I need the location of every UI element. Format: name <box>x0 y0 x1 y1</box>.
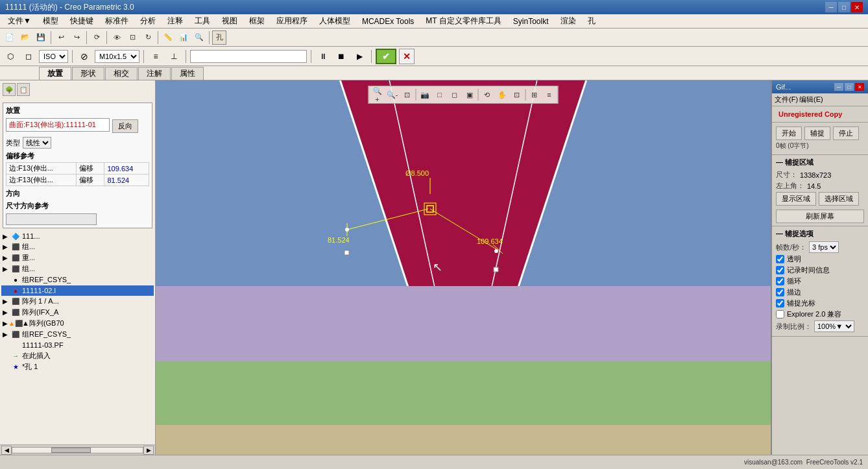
undo-button[interactable]: ↩ <box>54 30 68 45</box>
menu-app[interactable]: 应用程序 <box>271 14 313 28</box>
tree-icon-2[interactable]: 📋 <box>17 83 30 96</box>
rp-cursor-check[interactable] <box>776 299 784 307</box>
tree-item-insert-here[interactable]: → 在此插入 <box>1 350 154 361</box>
menu-standard[interactable]: 标准件 <box>100 14 134 28</box>
model-display-btn[interactable]: ⬡ <box>3 49 18 64</box>
vp-zoom-in[interactable]: 🔍+ <box>370 88 385 102</box>
tree-item-11111-02[interactable]: ● 11111-02.l <box>1 285 154 296</box>
rp-timestamp-check[interactable] <box>776 266 784 274</box>
tree-item-array-gb[interactable]: ▶ ▲⬛ ▲阵列(GB70 <box>1 318 154 329</box>
thread-select[interactable]: M10x1.5 <box>95 50 139 63</box>
pause-btn[interactable]: ⏸ <box>315 49 331 64</box>
dimension-input[interactable] <box>190 50 307 63</box>
rp-fps-select[interactable]: 3 fps <box>809 241 839 253</box>
tree-item-11111-03[interactable]: 11111-03.PF <box>1 340 154 350</box>
tree-item-111[interactable]: ▶ 🔷 111... <box>1 231 154 241</box>
rp-min[interactable]: ─ <box>834 83 843 91</box>
scroll-thumb[interactable] <box>51 448 90 453</box>
maximize-button[interactable]: □ <box>838 2 850 12</box>
hole-btn[interactable]: 孔 <box>212 30 226 45</box>
rp-transparent-check[interactable] <box>776 255 784 263</box>
rp-capture-button[interactable]: 辅捉 <box>804 126 830 140</box>
vp-view1[interactable]: □ <box>433 88 447 102</box>
tree-item-refcsys2[interactable]: ▶ ⬛ 组REF_CSYS_ <box>1 329 154 340</box>
menu-model[interactable]: 模型 <box>38 14 64 28</box>
menu-hole[interactable]: 孔 <box>583 14 601 28</box>
vp-pan[interactable]: ✋ <box>495 88 509 102</box>
redo-button[interactable]: ↪ <box>69 30 84 45</box>
tab-intersect[interactable]: 相交 <box>105 67 138 80</box>
tree-item-hole1[interactable]: ★ *孔 1 <box>1 361 154 372</box>
play-btn[interactable]: ▶ <box>352 49 367 64</box>
cancel-button[interactable]: ✕ <box>399 49 415 64</box>
rp-show-region-button[interactable]: 显示区域 <box>776 192 816 206</box>
scroll-left[interactable]: ◀ <box>1 446 12 455</box>
rp-max[interactable]: □ <box>845 83 854 91</box>
tab-shape[interactable]: 形状 <box>72 67 104 80</box>
open-button[interactable]: 📂 <box>18 30 32 45</box>
menu-tools[interactable]: 工具 <box>189 14 215 28</box>
menu-file[interactable]: 文件▼ <box>3 14 36 28</box>
tab-props[interactable]: 属性 <box>171 67 204 80</box>
menu-syintoolkt[interactable]: SyinToolkt <box>508 16 554 27</box>
vp-camera[interactable]: 📷 <box>418 88 432 102</box>
close-button[interactable]: ✕ <box>851 2 863 12</box>
analysis-button[interactable]: 📊 <box>176 30 191 45</box>
menu-analysis[interactable]: 分析 <box>135 14 161 28</box>
scroll-right[interactable]: ▶ <box>143 446 154 455</box>
vp-view2[interactable]: ◻ <box>448 88 462 102</box>
tree-item-array-ifx[interactable]: ▶ ⬛ 阵列(IFX_A <box>1 307 154 318</box>
rp-menu-edit[interactable]: 编辑(E) <box>799 95 823 104</box>
minimize-button[interactable]: ─ <box>825 2 837 12</box>
menu-human[interactable]: 人体模型 <box>314 14 356 28</box>
vp-more[interactable]: ≡ <box>542 88 557 102</box>
view-mode-select[interactable]: ISO <box>39 50 68 63</box>
tab-note[interactable]: 注解 <box>138 67 171 80</box>
tree-item-rebuild[interactable]: ▶ ⬛ 重... <box>1 252 154 263</box>
measure-button[interactable]: 📏 <box>161 30 175 45</box>
vp-zoom-fit[interactable]: ⊡ <box>400 88 415 102</box>
rp-loop-check[interactable] <box>776 277 784 285</box>
tab-placement[interactable]: 放置 <box>39 67 71 80</box>
align-btn[interactable]: ≡ <box>148 49 163 64</box>
tree-icon-1[interactable]: 🌳 <box>3 83 16 96</box>
viewport[interactable]: 🔍+ 🔍- ⊡ 📷 □ ◻ ▣ ⟲ ✋ ⊡ ⊞ ≡ Ø8.500 <box>156 80 771 455</box>
confirm-button[interactable]: ✔ <box>376 49 396 64</box>
rp-stop-button[interactable]: 停止 <box>833 126 859 140</box>
tree-item-group1[interactable]: ▶ ⬛ 组... <box>1 241 154 252</box>
rotate-button[interactable]: ↻ <box>141 30 155 45</box>
zoom-fit-button[interactable]: ⊡ <box>125 30 139 45</box>
scroll-track[interactable] <box>12 447 143 453</box>
vp-display[interactable]: ⊞ <box>527 88 542 102</box>
tree-item-refcsys1[interactable]: ● 组REF_CSYS_ <box>1 274 154 285</box>
menu-mt[interactable]: MT 自定义零件库工具 <box>420 14 506 28</box>
rp-close[interactable]: ✕ <box>855 83 864 91</box>
reverse-button[interactable]: 反向 <box>112 119 138 133</box>
stop-btn-toolbar[interactable]: ⏹ <box>333 49 349 64</box>
rp-refresh-button[interactable]: 刷新屏幕 <box>776 210 864 223</box>
menu-frame[interactable]: 框架 <box>244 14 270 28</box>
rp-select-region-button[interactable]: 选择区域 <box>819 192 859 206</box>
depth-btn[interactable]: ⊥ <box>166 49 182 64</box>
rp-border-check[interactable] <box>776 288 784 296</box>
regenerate-button[interactable]: ⟳ <box>90 30 104 45</box>
vp-zoom-out[interactable]: 🔍- <box>385 88 400 102</box>
dim-ref-input[interactable] <box>6 213 97 225</box>
new-button[interactable]: 📄 <box>3 30 17 45</box>
menu-shortcut[interactable]: 快捷键 <box>65 14 99 28</box>
menu-view[interactable]: 视图 <box>217 14 243 28</box>
display-style-btn[interactable]: ◻ <box>21 49 36 64</box>
vp-section[interactable]: ⊡ <box>510 88 524 102</box>
tree-item-group2[interactable]: ▶ ⬛ 组... <box>1 263 154 274</box>
vp-view3[interactable]: ▣ <box>463 88 477 102</box>
rp-start-button[interactable]: 开始 <box>776 126 802 140</box>
save-button[interactable]: 💾 <box>34 30 48 45</box>
rp-menu-file[interactable]: 文件(F) <box>775 95 798 104</box>
menu-render[interactable]: 渲染 <box>555 14 581 28</box>
menu-mcadex[interactable]: MCADEx Tools <box>357 16 419 27</box>
menu-annotation[interactable]: 注释 <box>162 14 188 28</box>
vp-rotate[interactable]: ⟲ <box>480 88 494 102</box>
rp-explorer-check[interactable] <box>776 310 784 319</box>
view-button[interactable]: 👁 <box>110 30 124 45</box>
search-button[interactable]: 🔍 <box>192 30 206 45</box>
